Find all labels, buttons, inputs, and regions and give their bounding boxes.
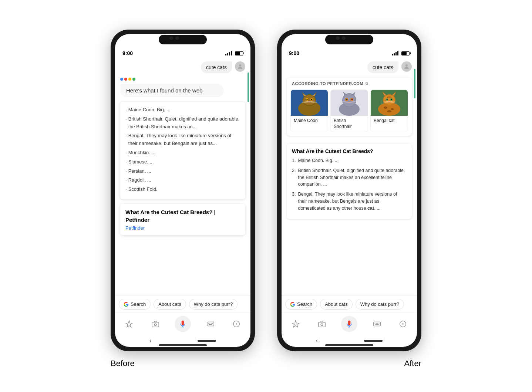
article-item-3-text: Bengal. They may look like miniature ver… (298, 191, 407, 212)
external-link-icon-right: ⧉ (366, 81, 368, 86)
list-item-1: · Maine Coon. Big. ... (125, 106, 240, 114)
user-message-row-left: cute cats (120, 61, 245, 73)
compass-icon-left (232, 320, 240, 328)
suggestion-why-purr-right[interactable]: Why do cats purr? (356, 299, 404, 310)
phone-notch-left (159, 35, 207, 44)
according-card-right: ACCORDING TO PETFINDER.COM ⧉ (287, 78, 412, 136)
article-source-left: Petfinder (125, 225, 240, 231)
suggestion-why-purr-left[interactable]: Why do cats purr? (189, 299, 238, 310)
phone-notch-right (325, 35, 373, 44)
toolbar-camera-icon-right[interactable] (315, 317, 329, 331)
svg-point-54 (387, 110, 391, 112)
maine-coon-img (291, 90, 328, 116)
mic-button-right[interactable] (341, 316, 357, 332)
battery-tip-right (410, 53, 411, 54)
signal-bar-2r (394, 53, 395, 55)
assistant-bubble-left: Here's what I found on the web (120, 84, 224, 97)
svg-point-13 (405, 64, 408, 67)
mic-button-left[interactable] (175, 316, 191, 332)
battery-fill-left (235, 52, 240, 55)
svg-point-61 (386, 99, 387, 99)
svg-point-56 (384, 95, 395, 105)
home-pill-left[interactable] (198, 340, 216, 342)
chat-area-left: cute cats (115, 58, 250, 295)
after-phone-inner: 9:00 (282, 34, 417, 347)
british-shorthair-name: British Shorthair (331, 116, 368, 132)
article-title-left: What Are the Cutest Cat Breeds? | Petfin… (125, 208, 240, 224)
svg-point-73 (321, 324, 323, 326)
suggestion-search-left[interactable]: Search (119, 299, 151, 310)
list-item-3: · Bengal. They may look like miniature v… (125, 132, 240, 148)
keyboard-icon-right (373, 320, 381, 328)
toolbar-camera-icon-left[interactable] (149, 317, 162, 331)
toolbar-keyboard-icon-right[interactable] (370, 317, 384, 331)
cat-card-bengal[interactable]: Bengal cat (370, 89, 408, 132)
signal-left (225, 51, 232, 55)
after-phone-shell: 9:00 (277, 30, 421, 351)
signal-bar-4 (231, 51, 232, 55)
time-left: 9:00 (122, 50, 133, 56)
front-camera-left (169, 36, 173, 40)
star-icon-left (125, 320, 133, 328)
toolbar-star-icon-right[interactable] (289, 317, 302, 331)
toolbar-compass-icon-right[interactable] (396, 317, 410, 331)
list-item-8: · Scottish Fold. (125, 186, 240, 193)
user-bubble-right: cute cats (367, 61, 398, 73)
list-item-5: · Siamese. ... (125, 158, 240, 166)
user-avatar-right (401, 61, 412, 72)
front-camera-right-r (336, 36, 340, 40)
bengal-svg (371, 90, 408, 116)
cat-card-maine[interactable]: Maine Coon (290, 89, 328, 132)
camera-icon-left (151, 320, 159, 328)
home-pill-right[interactable] (364, 340, 383, 342)
signal-bar-2 (227, 53, 228, 55)
phone-bottom-bar-left (159, 344, 207, 346)
screen-content-left: cute cats (115, 58, 250, 295)
svg-point-52 (384, 107, 387, 109)
svg-point-12 (236, 323, 237, 325)
dot-red-left (124, 78, 127, 81)
camera-icon-right (318, 320, 326, 328)
svg-point-17 (303, 95, 315, 105)
article-item-3: 3. Bengal. They may look like miniature … (292, 191, 407, 212)
maine-coon-name: Maine Coon (291, 116, 328, 126)
before-phone-container: 9:00 (111, 30, 255, 368)
article-question-right: What Are the Cutest Cat Breeds? (292, 148, 407, 154)
svg-point-41 (346, 99, 347, 99)
article-item-2: 2. British Shorthair. Quiet, dignified a… (292, 167, 407, 188)
back-arrow-left[interactable]: ‹ (149, 337, 151, 344)
signal-right (392, 51, 398, 55)
google-g-icon-right (290, 302, 295, 307)
battery-right (401, 51, 410, 55)
svg-point-62 (391, 99, 391, 99)
list-card-left: · Maine Coon. Big. ... · British Shortha… (120, 102, 245, 199)
suggestion-about-cats-right[interactable]: About cats (320, 299, 352, 310)
before-phone-shell: 9:00 (111, 30, 255, 351)
avatar-icon-left (237, 63, 243, 70)
battery-tip-left (243, 53, 244, 54)
phone-bottom-bar-right (325, 344, 373, 346)
british-shorthair-svg (331, 90, 368, 116)
toolbar-keyboard-icon-left[interactable] (204, 317, 217, 331)
suggestion-search-right[interactable]: Search (285, 299, 317, 310)
signal-bar-1 (225, 54, 226, 55)
before-phone-inner: 9:00 (115, 34, 250, 347)
bottom-toolbar-left (115, 312, 250, 335)
front-camera-right-r2 (342, 36, 346, 40)
cat-card-british[interactable]: British Shorthair (330, 89, 368, 132)
list-item-6: · Persian. ... (125, 168, 240, 175)
toolbar-star-icon-left[interactable] (122, 317, 136, 331)
svg-rect-72 (318, 322, 325, 327)
bengal-img (371, 90, 408, 116)
suggestion-about-cats-left[interactable]: About cats (154, 299, 186, 310)
according-header-right: ACCORDING TO PETFINDER.COM ⧉ (287, 78, 412, 89)
svg-point-53 (391, 108, 394, 110)
avatar-icon-right (403, 63, 410, 70)
front-camera-right (175, 36, 179, 40)
svg-point-21 (311, 99, 312, 100)
back-arrow-right[interactable]: ‹ (316, 337, 318, 344)
signal-bar-3r (395, 52, 397, 55)
status-bar-right: 9:00 (282, 47, 417, 58)
scroll-indicator-left (248, 72, 249, 102)
toolbar-compass-icon-left[interactable] (230, 317, 243, 331)
